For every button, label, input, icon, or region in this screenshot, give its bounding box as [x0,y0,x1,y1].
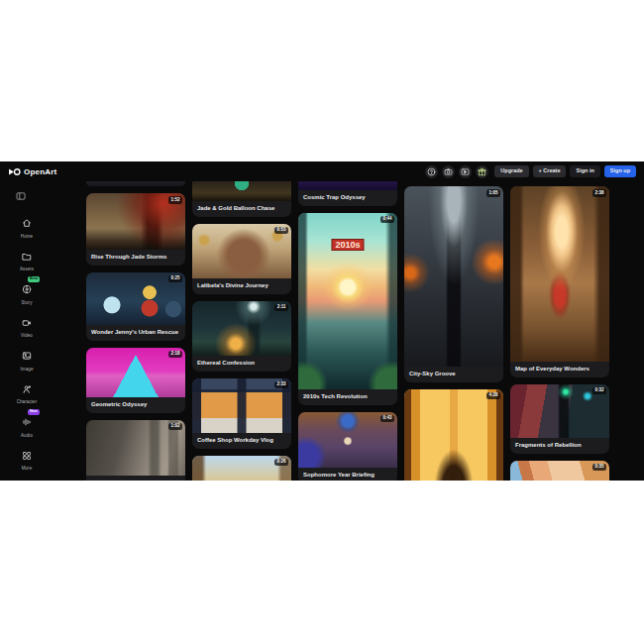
video-title: Fragments of Rebellion [510,438,609,454]
duration-badge: 0:26 [274,459,288,467]
video-card[interactable]: 2:18Geometric Odyssey [86,348,185,413]
video-title: Jade & Gold Balloon Chase [192,201,291,217]
duration-badge: 0:25 [168,275,182,283]
video-card[interactable]: 1:05City-Sky Groove [404,186,503,382]
story-icon [22,280,32,298]
tutorials-icon-button[interactable] [459,165,472,178]
video-card[interactable]: 0:25Wonder Jenny's Urban Rescue [86,272,185,341]
video-thumbnail [192,181,291,201]
video-card[interactable]: 0:35 [510,461,609,481]
video-title: Mini Pakistan City Tour [86,476,185,481]
sidebar-item-audio[interactable]: AudioNew [15,413,39,438]
character-icon [22,380,32,398]
video-thumbnail: 0:26 [192,456,291,481]
video-title: Wonder Jenny's Urban Rescue [86,325,185,341]
video-thumbnail: 0:43 [298,412,397,468]
duration-badge: 2:38 [592,189,606,197]
video-thumbnail: 0:53 [192,224,291,278]
folder-icon [22,248,32,266]
video-title: City-Sky Groove [404,367,503,382]
duration-badge: 0:35 [592,464,606,472]
video-card[interactable]: 2:38Map of Everyday Wonders [510,186,609,377]
video-thumbnail: 0:25 [86,272,185,325]
image-icon [22,347,32,365]
video-card[interactable]: 1:52Rise Through Jade Storms [86,193,185,266]
audio-icon [22,413,32,431]
sidebar: HomeAssetsStoryBetaVideoImageCharacterAu… [0,181,78,481]
video-card[interactable]: 0:26 [192,456,291,481]
help-icon-button[interactable] [425,165,438,178]
sign-in-button[interactable]: Sign in [570,165,599,177]
video-title: 2010s Tech Revolution [298,389,397,405]
video-thumbnail: 2:11 [192,301,291,356]
video-thumbnail: 0:35 [510,461,609,481]
video-card[interactable]: Jade & Gold Balloon Chase [192,181,291,217]
video-card[interactable]: 0:43Sophomore Year Briefing [298,412,397,481]
duration-badge: 2:11 [274,304,288,312]
video-title: Cosmic Trap Odyssey [298,190,397,206]
sidebar-item-label: Image [20,367,33,372]
video-card[interactable]: Cosmic Trap Odyssey [298,181,397,206]
video-thumbnail: 2:33 [192,378,291,433]
sidebar-collapse-icon[interactable] [16,189,26,204]
grid-column-5: 2:38Map of Everyday Wonders0:32Fragments… [510,181,609,481]
sidebar-item-story[interactable]: StoryBeta [15,280,39,305]
duration-badge: 2:18 [168,351,182,359]
video-card[interactable]: 4:28 [404,389,503,481]
video-title: Rise Through Jade Storms [86,250,185,266]
video-thumbnail: 0:32 [510,384,609,438]
duration-badge: 4:28 [486,392,500,400]
video-card[interactable]: 2010s0:442010s Tech Revolution [298,213,397,405]
sidebar-item-character[interactable]: Character [15,380,39,405]
sign-up-button[interactable]: Sign up [604,165,636,177]
video-thumbnail: 1:02 [86,420,185,476]
grid-column-2: Jade & Gold Balloon Chase0:53Lalibela's … [192,181,291,481]
video-icon [22,314,32,332]
camera-icon-button[interactable] [442,165,455,178]
duration-badge: 0:53 [274,227,288,235]
duration-badge: 1:05 [486,189,500,197]
sidebar-item-assets[interactable]: Assets [15,248,39,272]
home-icon [22,214,32,232]
duration-badge: 0:32 [592,387,606,395]
duration-badge: 2:33 [274,381,288,389]
video-card[interactable]: 2:33Coffee Shop Workday Vlog [192,378,291,449]
video-gallery: 1:52Rise Through Jade Storms0:25Wonder J… [78,181,644,481]
video-card[interactable]: 2:11Ethereal Confession [192,301,291,372]
sidebar-item-home[interactable]: Home [15,214,39,239]
upgrade-button[interactable]: Upgrade [494,165,528,177]
page-canvas: OpenArt Upgrade + Create Sign in Sign up… [0,0,644,644]
video-thumbnail [86,181,185,186]
video-card[interactable] [86,181,185,186]
video-card[interactable]: 0:53Lalibela's Divine Journey [192,224,291,294]
video-thumbnail: 2010s0:44 [298,213,397,389]
sidebar-item-label: Story [21,300,32,305]
sidebar-item-image[interactable]: Image [15,347,39,372]
sidebar-item-video[interactable]: Video [15,314,39,339]
sidebar-item-label: Character [17,399,38,404]
video-thumbnail: 1:05 [404,186,503,367]
sidebar-item-label: More [22,466,33,471]
sidebar-badge-new: New [28,409,40,415]
sidebar-badge-beta: Beta [28,276,40,282]
openart-logo-text: OpenArt [24,167,56,176]
sidebar-item-more[interactable]: More [15,447,39,472]
video-card[interactable]: 0:32Fragments of Rebellion [510,384,609,454]
video-title: Geometric Odyssey [86,397,185,413]
grid-column-3: Cosmic Trap Odyssey2010s0:442010s Tech R… [298,181,397,481]
video-thumbnail: 2:18 [86,348,185,397]
grid-column-1: 1:52Rise Through Jade Storms0:25Wonder J… [86,181,185,481]
video-thumbnail: 4:28 [404,389,503,481]
video-thumbnail: 2:38 [510,186,609,362]
video-card[interactable]: 1:02Mini Pakistan City Tour [86,420,185,481]
gift-icon-button[interactable] [476,165,488,178]
video-title: Ethereal Confession [192,356,291,372]
video-thumbnail [298,181,397,190]
video-title: Sophomore Year Briefing [298,468,397,481]
openart-logo[interactable]: OpenArt [8,162,56,180]
create-button[interactable]: + Create [533,165,567,177]
more-icon [22,447,32,465]
navbar-actions: Upgrade + Create Sign in Sign up [425,165,636,178]
sidebar-item-label: Home [21,234,33,239]
openart-logo-icon [8,162,21,180]
